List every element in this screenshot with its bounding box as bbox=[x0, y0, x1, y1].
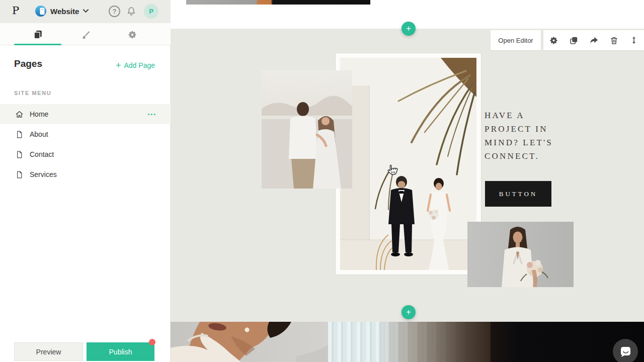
publish-notification-dot bbox=[149, 339, 155, 345]
wedding-couple-framed-photo[interactable] bbox=[335, 53, 481, 275]
site-favicon-icon bbox=[35, 6, 46, 17]
site-selector[interactable]: Website bbox=[35, 6, 89, 17]
sidebar-item-label: Home bbox=[30, 110, 48, 118]
bride-closeup-photo[interactable] bbox=[171, 322, 328, 362]
section-toolbar bbox=[543, 30, 644, 50]
sidebar-item-services[interactable]: Services bbox=[0, 164, 171, 185]
page-icon bbox=[15, 170, 24, 179]
duplicate-icon bbox=[569, 36, 579, 45]
share-section-button[interactable] bbox=[584, 30, 604, 50]
hero-cta-button[interactable]: BUTTON bbox=[485, 181, 551, 207]
publish-button[interactable]: Publish bbox=[87, 342, 154, 361]
chevron-down-icon bbox=[83, 9, 89, 13]
hero-line: MIND? LET'S bbox=[485, 136, 580, 149]
pages-title: Pages bbox=[14, 58, 42, 69]
sidebar-item-label: Contact bbox=[30, 150, 54, 158]
page-options-button[interactable]: ••• bbox=[147, 111, 156, 117]
website-builder-app: P Website ? bbox=[0, 0, 644, 362]
tab-design[interactable] bbox=[78, 28, 92, 41]
sidebar-item-home[interactable]: Home ••• bbox=[0, 104, 171, 124]
wedding-couple-image bbox=[340, 58, 476, 270]
brush-icon bbox=[80, 30, 91, 40]
add-page-label: Add Page bbox=[124, 61, 155, 69]
open-editor-button[interactable]: Open Editor bbox=[491, 30, 541, 50]
site-name: Website bbox=[50, 7, 79, 16]
bell-icon[interactable] bbox=[126, 6, 137, 19]
help-icon[interactable]: ? bbox=[109, 6, 120, 17]
hero-heading[interactable]: HAVE A PROJECT IN MIND? LET'S CONNECT. bbox=[485, 109, 580, 163]
home-icon bbox=[15, 110, 24, 119]
beach-couple-photo[interactable] bbox=[262, 70, 352, 189]
gear-icon bbox=[549, 36, 558, 45]
sidebar-item-label: About bbox=[30, 130, 48, 138]
duplicate-section-button[interactable] bbox=[564, 30, 584, 50]
add-section-above-button[interactable]: + bbox=[401, 22, 416, 36]
topbar: P Website ? bbox=[0, 0, 171, 23]
add-page-button[interactable]: + Add Page bbox=[116, 61, 155, 69]
sidebar-item-contact[interactable]: Contact bbox=[0, 144, 171, 164]
bride-suit-image bbox=[467, 222, 574, 287]
hero-line: CONNECT. bbox=[485, 149, 580, 163]
panel-tabs bbox=[0, 23, 171, 45]
sidebar-item-about[interactable]: About bbox=[0, 124, 171, 144]
curtain-photo[interactable] bbox=[328, 322, 491, 362]
tab-settings[interactable] bbox=[126, 28, 139, 41]
left-panel: P Website ? bbox=[0, 0, 171, 362]
trash-icon bbox=[609, 36, 619, 45]
app-logo[interactable]: P bbox=[12, 5, 19, 17]
bride-closeup-image bbox=[171, 322, 328, 362]
site-canvas: + + Open Editor bbox=[171, 0, 644, 362]
site-menu-heading: SITE MENU bbox=[14, 90, 51, 96]
tab-pages[interactable] bbox=[31, 28, 44, 41]
add-section-below-button[interactable]: + bbox=[401, 305, 416, 319]
hero-line: PROJECT IN bbox=[485, 122, 580, 136]
plus-icon: + bbox=[116, 62, 121, 69]
section-settings-button[interactable] bbox=[543, 30, 564, 50]
sidebar-item-label: Services bbox=[30, 170, 57, 178]
page-icon bbox=[15, 150, 24, 159]
resize-vertical-icon bbox=[629, 35, 638, 45]
gear-icon bbox=[127, 30, 137, 40]
preview-button[interactable]: Preview bbox=[14, 342, 83, 361]
beach-couple-image bbox=[262, 70, 352, 189]
page-icon bbox=[15, 130, 24, 139]
share-icon bbox=[589, 35, 599, 45]
user-avatar[interactable]: P bbox=[144, 4, 158, 19]
hero-line: HAVE A bbox=[485, 109, 580, 122]
bride-suit-bouquet-photo[interactable] bbox=[467, 222, 574, 287]
chat-bubble-icon[interactable] bbox=[613, 339, 638, 362]
resize-section-button[interactable] bbox=[624, 30, 644, 50]
previous-section-edge bbox=[186, 0, 370, 5]
active-tab-underline bbox=[14, 44, 61, 45]
pages-icon bbox=[32, 29, 43, 40]
delete-section-button[interactable] bbox=[604, 30, 624, 50]
